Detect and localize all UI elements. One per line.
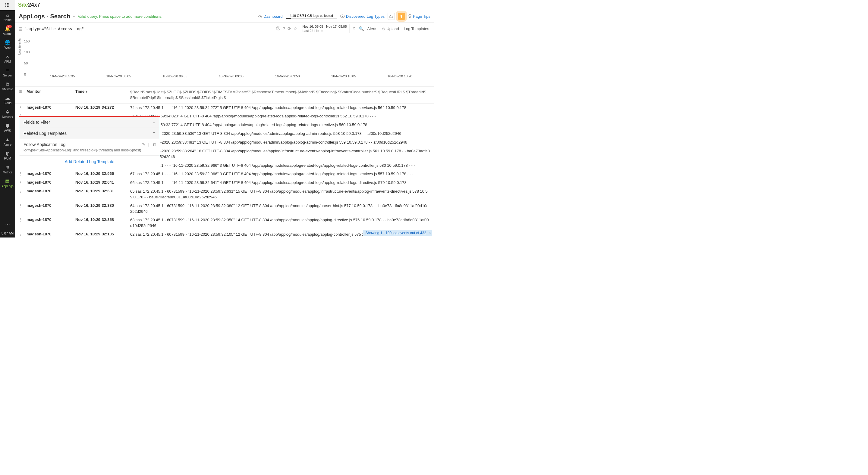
chart-bar[interactable]: 16-Nov-20 05:35 <box>35 72 90 78</box>
chart-bar[interactable]: 16-Nov-20 06:05 <box>91 72 146 78</box>
query-bar: ▤ ⓧ ? ⟳ ☆ Nov 16, 05:05 - Nov 17, 05:05 … <box>15 23 434 35</box>
page-header: AppLogs - Search ▾ Valid query. Press sp… <box>15 10 434 23</box>
gauge-icon <box>257 14 262 19</box>
help-icon[interactable]: ? <box>283 26 285 31</box>
nav-label: AppLogs <box>1 184 13 188</box>
star-icon[interactable]: ☆ <box>293 26 298 31</box>
discovered-log-types-link[interactable]: Discovered Log Types <box>340 14 384 19</box>
cell-message: 64 sas 172.20.45.1 - 60731599 - "16-11-2… <box>130 203 430 215</box>
cell-message: - "16-11-2020 23:59:33:772" 4 GET UTF-8 … <box>130 122 430 128</box>
refresh-icon[interactable]: ⟳ <box>287 26 291 31</box>
title-dropdown-icon[interactable]: ▾ <box>73 15 75 18</box>
row-menu-icon[interactable]: ⋮ <box>19 171 23 177</box>
binoculars-icon: ∞ <box>6 54 9 59</box>
tips-highlight-button[interactable] <box>398 13 405 20</box>
results-toast: Showing 1 - 100 log events out of 432 × <box>363 230 432 236</box>
svg-point-12 <box>409 14 411 17</box>
row-menu-icon[interactable]: ⋮ <box>19 105 23 111</box>
chart-bar[interactable]: 16-Nov-20 10:20 <box>372 72 427 78</box>
follow-app-log-item[interactable]: Follow Application Log logtype="Site-App… <box>19 139 160 156</box>
nav-cloud[interactable]: ☁Cloud <box>1 93 13 107</box>
xtick: 16-Nov-20 06:35 <box>162 74 187 78</box>
table-row[interactable]: ⋮ magesh-1870 Nov 16, 10:29:32:641 66 sa… <box>15 178 434 187</box>
events-chart: Log Events 05010015016-Nov-20 05:3516-No… <box>15 35 434 87</box>
table-row[interactable]: ⋮ magesh-1870 Nov 16, 10:29:34:272 74 sa… <box>15 104 434 112</box>
apps-grid-button[interactable] <box>0 0 15 10</box>
main-area: Site24x7 AppLogs - Search ▾ Valid query.… <box>15 0 434 238</box>
search-icon[interactable]: 🔍 <box>359 26 364 31</box>
table-row[interactable]: ⋮ magesh-1870 Nov 16, 10:29:32:358 63 sa… <box>15 216 434 230</box>
nav-label: Cloud <box>4 101 11 105</box>
nav-applogs[interactable]: ▤AppLogs <box>1 176 13 190</box>
nav-network[interactable]: ✲Network <box>1 107 13 121</box>
nav-azure[interactable]: ▲Azure <box>1 135 13 149</box>
ytick: 150 <box>24 39 30 43</box>
calendar-icon[interactable]: 🗓 <box>352 26 356 31</box>
cell-monitor: magesh-1870 <box>27 105 72 111</box>
svg-point-11 <box>342 15 343 17</box>
nav-home[interactable]: ⌂Home <box>1 10 13 24</box>
row-menu-icon[interactable]: ⋮ <box>19 189 23 200</box>
nav-server[interactable]: ≣Server <box>1 66 13 79</box>
cell-monitor: magesh-1870 <box>27 203 72 215</box>
log-templates-link[interactable]: Log Templates <box>403 27 430 31</box>
col-message-pattern: $ReqId$ sas $Host$ $ZLOC$ $ZUID$ $ZOID$ … <box>130 89 430 101</box>
row-menu-icon[interactable]: ⋮ <box>19 180 23 186</box>
svg-rect-1 <box>7 3 8 4</box>
row-menu-icon[interactable]: ⋮ <box>19 203 23 215</box>
alerts-link[interactable]: Alerts <box>366 27 378 31</box>
nav-rum[interactable]: ◐RUM <box>1 149 13 163</box>
chart-bar[interactable]: 16-Nov-20 09:35 <box>204 72 259 78</box>
nav-label: VMware <box>2 88 13 91</box>
row-menu-icon[interactable]: ⋮ <box>19 217 23 229</box>
nav-more[interactable]: ⋯ <box>0 219 15 229</box>
chart-bar[interactable]: 16-Nov-20 10:05 <box>316 72 371 78</box>
table-row[interactable]: ⋮ magesh-1870 Nov 16, 10:29:32:966 67 sa… <box>15 170 434 178</box>
network-icon: ✲ <box>5 109 9 114</box>
nav-label: Azure <box>4 143 11 146</box>
ytick: 100 <box>24 50 30 54</box>
xtick: 16-Nov-20 05:35 <box>50 74 75 78</box>
ytick: 0 <box>24 72 26 76</box>
edit-icon[interactable]: ✎ <box>142 142 145 146</box>
nav-apm[interactable]: ∞APM <box>1 52 13 66</box>
query-input[interactable] <box>25 27 274 31</box>
rum-icon: ◐ <box>5 151 10 156</box>
col-time[interactable]: Time ▾ <box>75 89 127 94</box>
page-tips-link[interactable]: Page Tips <box>408 14 430 19</box>
alarm-badge: 37 <box>6 25 12 28</box>
row-menu-header[interactable]: ▦ <box>19 89 23 94</box>
nav-label: Alarms <box>3 32 12 36</box>
cell-monitor: magesh-1870 <box>27 189 72 200</box>
nav-metrics[interactable]: ≋Metrics <box>1 163 13 176</box>
nav-alarms[interactable]: 🔔Alarms37 <box>1 24 13 38</box>
chart-bar[interactable]: 16-Nov-20 06:35 <box>147 72 203 78</box>
nav-aws[interactable]: ⬢AWS <box>1 121 13 135</box>
close-icon[interactable]: × <box>429 231 431 235</box>
bulb-icon <box>408 14 412 19</box>
nav-vmware[interactable]: ⧉VMware <box>1 79 13 93</box>
nav-web[interactable]: 🌐Web <box>1 38 13 52</box>
time-range[interactable]: Nov 16, 05:05 - Nov 17, 05:05 Last 24 Ho… <box>300 24 350 33</box>
svg-rect-13 <box>409 17 410 18</box>
col-monitor[interactable]: Monitor <box>27 89 72 94</box>
left-nav: ⌂Home🔔Alarms37🌐Web∞APM≣Server⧉VMware☁Clo… <box>0 0 15 238</box>
add-related-template-button[interactable]: Add Related Log Template <box>19 156 160 168</box>
delete-icon[interactable]: 🗑 <box>152 142 156 146</box>
cell-message: 0731599 - "16-11-2020 23:59:33:264" 16 G… <box>130 148 430 160</box>
fields-to-filter-section[interactable]: Fields to Filter⌄ <box>19 117 160 128</box>
clear-query-icon[interactable]: ⓧ <box>276 26 280 31</box>
row-menu-icon[interactable]: ⋮ <box>19 232 23 238</box>
related-templates-section[interactable]: Related Log Templates⌃ <box>19 128 160 139</box>
table-row[interactable]: ⋮ magesh-1870 Nov 16, 10:29:32:380 64 sa… <box>15 202 434 216</box>
svg-rect-4 <box>7 4 8 5</box>
dashboard-link[interactable]: Dashboard <box>257 14 283 19</box>
table-row[interactable]: ⋮ magesh-1870 Nov 16, 10:29:32:631 65 sa… <box>15 187 434 202</box>
cell-message: 68 sas 172.20.45.1 - - - "16-11-2020 23:… <box>130 163 430 169</box>
chart-bar[interactable]: 16-Nov-20 09:50 <box>260 72 315 78</box>
home-icon: ⌂ <box>6 13 9 18</box>
home-view-button[interactable] <box>388 13 395 20</box>
nav-label: Web <box>4 46 10 49</box>
upload-link[interactable]: ⊕ Upload <box>381 27 400 31</box>
query-doc-icon[interactable]: ▤ <box>19 26 23 31</box>
